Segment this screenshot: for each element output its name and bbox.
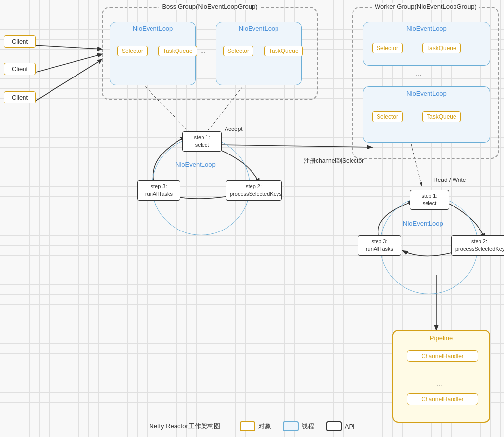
worker-taskqueue-2: TaskQueue [422, 111, 461, 122]
accept-label: Accept [225, 126, 243, 132]
worker-taskqueue-1: TaskQueue [422, 43, 461, 53]
legend-black-box [326, 421, 342, 431]
worker-selector-1: Selector [372, 43, 403, 53]
boss-eventloop-1: NioEventLoop Selector TaskQueue [110, 22, 196, 85]
pipeline-title: Pipeline [430, 334, 453, 342]
worker-eventloop-2: NioEventLoop Selector TaskQueue [363, 86, 490, 143]
register-label: 注册channel到Selector [304, 157, 364, 165]
legend-black: API [326, 421, 355, 431]
svg-line-3 [34, 54, 103, 73]
channel-handler-1: ChannelHandler [407, 350, 478, 362]
legend: Netty Reactor工作架构图 对象 线程 API [0, 421, 504, 431]
boss-eventloop-1-title: NioEventLoop [133, 25, 173, 32]
main-canvas: Client Client Client Boss Group(NioEvent… [0, 0, 504, 437]
boss-selector-2: Selector [223, 46, 253, 56]
worker-eventloop-1: NioEventLoop Selector TaskQueue [363, 22, 490, 66]
legend-title: Netty Reactor工作架构图 [149, 422, 220, 431]
worker-eventloop-2-title: NioEventLoop [406, 90, 447, 97]
client-2: Client [4, 63, 36, 75]
svg-line-4 [34, 59, 103, 102]
pipeline-dots: ... [436, 380, 442, 387]
boss-eventloop-2-title: NioEventLoop [239, 25, 279, 32]
boss-circle-label: NioEventLoop [176, 161, 216, 168]
boss-step2: step 2:processSelectedKeys [226, 180, 282, 201]
svg-line-2 [34, 45, 103, 49]
boss-group-container: Boss Group(NioEventLoopGroup) NioEventLo… [102, 7, 318, 100]
boss-eventloop-2: NioEventLoop Selector TaskQueue [216, 22, 302, 85]
legend-yellow-box [240, 421, 255, 431]
worker-group-title: Worker Group(NioEventLoopGroup) [372, 3, 479, 10]
worker-eventloop-1-title: NioEventLoop [406, 25, 447, 32]
worker-group-container: Worker Group(NioEventLoopGroup) NioEvent… [352, 7, 499, 159]
svg-line-7 [218, 145, 373, 147]
pipeline-box: Pipeline ChannelHandler ... ChannelHandl… [392, 330, 490, 423]
worker-step3: step 3:runAllTasks [358, 235, 401, 256]
boss-step3: step 3:runAllTasks [137, 180, 180, 201]
channel-handler-2: ChannelHandler [407, 393, 478, 405]
boss-group-title: Boss Group(NioEventLoopGroup) [159, 3, 260, 10]
boss-selector-1: Selector [117, 46, 148, 56]
client-1: Client [4, 35, 36, 48]
legend-blue: 线程 [283, 421, 314, 431]
boss-step1: step 1:select [182, 131, 222, 152]
worker-dots-1: ... [416, 70, 422, 77]
worker-selector-2: Selector [372, 111, 403, 122]
legend-yellow: 对象 [240, 421, 271, 431]
worker-step2: step 2:processSelectedKeys [451, 235, 504, 256]
legend-blue-box [283, 421, 299, 431]
worker-circle-label: NioEventLoop [403, 220, 443, 227]
readwrite-label: Read / Write [433, 177, 466, 183]
boss-dots: ... [200, 47, 206, 55]
client-3: Client [4, 91, 36, 103]
boss-taskqueue-1: TaskQueue [158, 46, 197, 56]
worker-step1: step 1:select [410, 190, 449, 210]
boss-taskqueue-2: TaskQueue [264, 46, 303, 56]
